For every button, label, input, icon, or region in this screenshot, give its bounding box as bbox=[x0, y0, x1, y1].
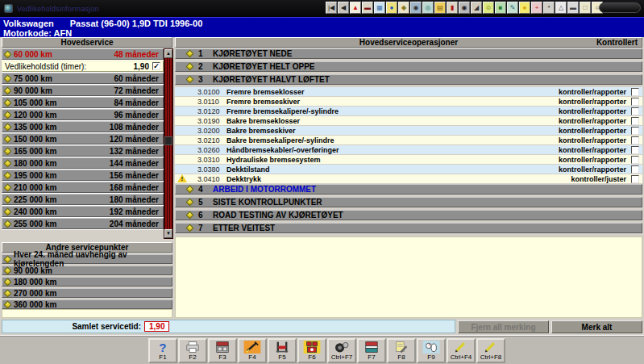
maintenance-time-checkbox[interactable] bbox=[152, 62, 160, 70]
operation-label: Dekktilstand bbox=[226, 165, 270, 174]
duck-icon[interactable]: ● bbox=[519, 2, 530, 14]
service-operation-row[interactable]: ! 6 ROAD TESTING AV KJØRETØYET bbox=[175, 210, 642, 220]
warning-icon[interactable]: ▲ bbox=[350, 2, 361, 14]
service-operation-row[interactable]: ! 2 KJØRETØYET HELT OPPE bbox=[175, 61, 642, 72]
service-interval-row[interactable]: 210 000 km 168 måneder bbox=[2, 182, 164, 193]
service-operation-row[interactable]: ! 5 SISTE KONTROLLPUNKTER bbox=[175, 197, 642, 207]
ctrl-f7-camera-button[interactable]: Ctrl+F7 bbox=[327, 338, 356, 363]
svg-text:?: ? bbox=[159, 341, 166, 354]
bullet-diamond-icon bbox=[4, 183, 12, 191]
scrollbar-thumb[interactable] bbox=[164, 136, 172, 145]
service-operation-row[interactable]: ! 3.0100 Fremre bremseklosser kontroller… bbox=[175, 87, 642, 96]
service-interval-row[interactable]: 165 000 km 132 måneder bbox=[2, 145, 164, 157]
go-back-icon[interactable]: ◀ bbox=[338, 2, 349, 14]
service-operation-row[interactable]: ! 3.0200 Bakre bremseskiver kontroller/r… bbox=[175, 126, 642, 135]
service-interval-row[interactable]: 150 000 km 120 måneder bbox=[2, 133, 164, 144]
service-operation-row[interactable]: ! 3.0260 Håndbremsekabler/-overføringer … bbox=[175, 145, 642, 154]
service-operation-row[interactable]: ! 3.0120 Fremre bremsekalipere/-sylindre… bbox=[175, 107, 642, 115]
f8-document-tool-button[interactable]: F8 bbox=[387, 338, 416, 363]
kontrollert-checkbox[interactable] bbox=[631, 156, 639, 164]
f9-gauge-button[interactable]: F9 bbox=[417, 338, 446, 363]
kontrollert-checkbox[interactable] bbox=[631, 175, 639, 183]
service-operation-row[interactable]: ! 3.0410 Dekktrykk kontroller/juster bbox=[175, 174, 642, 183]
service-operation-row[interactable]: ! 4 ARBEID I MOTORROMMET bbox=[175, 184, 642, 195]
bullet-diamond-icon bbox=[186, 199, 194, 207]
page-icon[interactable]: □ bbox=[580, 2, 591, 14]
other-service-point-row[interactable]: 180 000 km bbox=[2, 277, 172, 287]
bullet-diamond-icon bbox=[186, 224, 194, 232]
service-interval-row[interactable]: 240 000 km 192 måneder bbox=[2, 206, 164, 217]
warning-triangle-icon: ! bbox=[177, 174, 187, 182]
mark-all-button[interactable]: Merk alt bbox=[551, 320, 642, 333]
gear-icon[interactable]: * bbox=[543, 2, 555, 14]
operation-code: 3.0210 bbox=[197, 136, 226, 144]
frame-icon[interactable]: △ bbox=[555, 2, 567, 14]
ctrl-f8-pencil-button[interactable]: Ctrl+F8 bbox=[476, 338, 505, 363]
service-interval-row[interactable]: 195 000 km 156 måneder bbox=[2, 169, 164, 181]
service-interval-row[interactable]: 255 000 km 204 måneder bbox=[2, 218, 164, 229]
scroll-down-arrow-icon[interactable]: ▼ bbox=[164, 229, 172, 238]
manual-icon[interactable]: ▬ bbox=[362, 2, 373, 14]
kontrollert-checkbox[interactable] bbox=[631, 117, 639, 125]
bullet-diamond-icon bbox=[186, 63, 194, 71]
oil-level-icon[interactable]: ▤ bbox=[434, 2, 446, 14]
service-operation-row[interactable]: ! 3.0310 Hydrauliske bremsesystem kontro… bbox=[175, 155, 642, 164]
f5-lift-button[interactable]: F5 bbox=[268, 338, 297, 363]
kontrollert-checkbox[interactable] bbox=[631, 107, 639, 115]
image-icon[interactable]: ▦ bbox=[374, 2, 385, 14]
bullet-diamond-icon bbox=[4, 123, 12, 131]
kontrollert-checkbox[interactable] bbox=[631, 98, 639, 106]
clamp-icon[interactable]: + bbox=[531, 2, 542, 14]
go-first-icon[interactable]: |◀ bbox=[326, 2, 337, 14]
tools-icon[interactable]: ◢ bbox=[471, 2, 482, 14]
maintenance-time-row[interactable]: Vedlikeholdstid (timer): 1,90 bbox=[2, 61, 164, 72]
service-operation-row[interactable]: ! 3 KJØRETØYET HALVT LØFTET bbox=[175, 74, 642, 85]
ctrl-f4-pencil-button[interactable]: Ctrl+F4 bbox=[447, 338, 476, 363]
other-service-point-row[interactable]: Hver 24. måned uavhengig av kjørelengden bbox=[2, 254, 172, 264]
mask-icon[interactable]: ◎ bbox=[422, 2, 434, 14]
operation-code: 3.0120 bbox=[197, 107, 226, 115]
clear-all-marking-button[interactable]: Fjern all merking bbox=[458, 320, 549, 333]
service-interval-row[interactable]: 180 000 km 144 måneder bbox=[2, 157, 164, 169]
green-box-icon[interactable]: ■ bbox=[495, 2, 506, 14]
service-interval-row-selected[interactable]: 60 000 km 48 måneder bbox=[2, 48, 164, 60]
service-interval-row[interactable]: 135 000 km 108 måneder bbox=[2, 121, 164, 132]
face-icon[interactable]: ☺ bbox=[483, 2, 494, 14]
service-operation-row[interactable]: ! 3.0380 Dekktilstand kontroller/rapport… bbox=[175, 165, 642, 174]
f3-register-button[interactable]: F3 bbox=[208, 338, 237, 363]
service-operation-row[interactable]: ! 1 KJØRETØYET NEDE bbox=[175, 48, 642, 59]
operation-action-label: kontroller/juster bbox=[571, 175, 626, 183]
interval-list-scrollbar[interactable]: ▲ ▼ bbox=[164, 48, 173, 239]
f7-parts-box-button[interactable]: F7 bbox=[357, 338, 386, 363]
other-service-point-row[interactable]: 360 000 km bbox=[2, 299, 172, 309]
kontrollert-checkbox[interactable] bbox=[631, 88, 639, 96]
service-interval-row[interactable]: 105 000 km 84 måneder bbox=[2, 97, 164, 108]
car-info-icon[interactable]: ◆ bbox=[398, 2, 409, 14]
red-book-icon[interactable]: ▮ bbox=[447, 2, 458, 14]
f6-battery-charger-button[interactable]: F6 bbox=[297, 338, 326, 363]
service-interval-row[interactable]: 120 000 km 96 måneder bbox=[2, 109, 164, 120]
wheel-icon[interactable]: ◉ bbox=[410, 2, 422, 14]
f4-grease-gun-button[interactable]: F4 bbox=[238, 338, 267, 363]
camera-icon[interactable]: ◉ bbox=[459, 2, 470, 14]
operation-label: Dekktrykk bbox=[226, 175, 261, 183]
service-operation-row[interactable]: ! 3.0210 Bakre bremsekalipere/-sylindre … bbox=[175, 136, 642, 144]
service-operation-row[interactable]: ! 3.0190 Bakre bremseklosser kontroller/… bbox=[175, 116, 642, 125]
globe-icon[interactable]: ● bbox=[386, 2, 397, 14]
f1-help-button[interactable]: ? F1 bbox=[148, 338, 177, 363]
service-interval-row[interactable]: 75 000 km 60 måneder bbox=[2, 73, 164, 84]
f2-print-button[interactable]: F2 bbox=[178, 338, 207, 363]
kontrollert-checkbox[interactable] bbox=[631, 165, 639, 174]
kontrollert-checkbox[interactable] bbox=[631, 127, 639, 135]
window-control-pill[interactable] bbox=[599, 2, 641, 13]
brush-icon[interactable]: ✎ bbox=[507, 2, 518, 14]
service-interval-row[interactable]: 90 000 km 72 måneder bbox=[2, 85, 164, 96]
service-interval-row[interactable]: 225 000 km 180 måneder bbox=[2, 194, 164, 205]
scroll-up-arrow-icon[interactable]: ▲ bbox=[164, 49, 172, 58]
kontrollert-checkbox[interactable] bbox=[631, 146, 639, 154]
service-operation-row[interactable]: ! 7 ETTER VEITEST bbox=[175, 223, 642, 233]
other-service-point-row[interactable]: 270 000 km bbox=[2, 288, 172, 298]
car-icon[interactable]: ▬ bbox=[567, 2, 579, 14]
service-operation-row[interactable]: ! 3.0110 Fremre bremseskiver kontroller/… bbox=[175, 97, 642, 106]
kontrollert-checkbox[interactable] bbox=[631, 136, 639, 144]
